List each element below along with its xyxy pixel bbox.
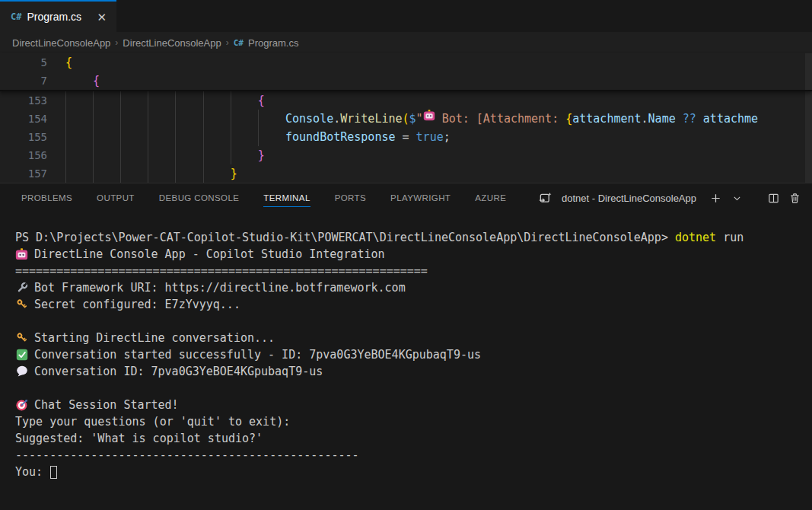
terminal-line-secret: Secret configured: E7zYvyyq... bbox=[15, 296, 812, 313]
chevron-right-icon: › bbox=[226, 37, 229, 48]
terminal-controls: dotnet - DirectLineConsoleApp bbox=[537, 190, 803, 206]
line-number[interactable]: 7 bbox=[0, 72, 47, 90]
tab-debug-console[interactable]: DEBUG CONSOLE bbox=[147, 183, 252, 212]
code-line[interactable]: 5 { bbox=[0, 53, 812, 72]
close-tab-icon[interactable]: ✕ bbox=[94, 10, 109, 24]
check-mark-emoji-icon bbox=[15, 349, 28, 362]
new-terminal-icon[interactable] bbox=[707, 190, 724, 206]
key-emoji-icon bbox=[15, 298, 28, 311]
split-terminal-icon[interactable] bbox=[765, 190, 782, 206]
line-number[interactable]: 153 bbox=[0, 91, 47, 110]
tab-problems[interactable]: PROBLEMS bbox=[9, 183, 84, 212]
terminal-line-conv-started: Conversation started successfully - ID: … bbox=[15, 346, 812, 363]
tab-azure[interactable]: AZURE bbox=[463, 183, 518, 212]
code-line[interactable]: 156 } bbox=[0, 146, 812, 164]
terminal-line-banner: DirectLine Console App - Copilot Studio … bbox=[15, 246, 812, 263]
terminal-line-type-questions: Type your questions (or 'quit' to exit): bbox=[15, 413, 812, 430]
code-line[interactable]: 154 Console.WriteLine($" Bot: [Attachmen… bbox=[0, 110, 812, 128]
tab-playwright[interactable]: PLAYWRIGHT bbox=[378, 183, 463, 212]
bottom-panel: PROBLEMS OUTPUT DEBUG CONSOLE TERMINAL P… bbox=[0, 183, 812, 510]
task-terminal-icon bbox=[537, 190, 554, 206]
breadcrumb-item-project[interactable]: DirectLineConsoleApp bbox=[12, 37, 110, 49]
sticky-scroll: 5 { 7 { bbox=[0, 53, 812, 91]
terminal-prompt-line: PS D:\Projects\Power-CAT-Copilot-Studio-… bbox=[15, 229, 812, 246]
line-number[interactable]: 156 bbox=[0, 146, 47, 164]
terminal-cursor bbox=[50, 466, 57, 479]
panel-header: PROBLEMS OUTPUT DEBUG CONSOLE TERMINAL P… bbox=[0, 183, 812, 212]
breadcrumb-item-file[interactable]: Program.cs bbox=[248, 37, 298, 49]
csharp-file-icon: C# bbox=[234, 38, 244, 48]
terminal-blank-line bbox=[15, 380, 812, 397]
speech-balloon-emoji-icon bbox=[15, 365, 28, 378]
code-editor[interactable]: 5 { 7 { 153 { 154 Console.WriteLine($" B… bbox=[0, 53, 812, 183]
terminal-line-dash-divider: ----------------------------------------… bbox=[15, 447, 812, 464]
robot-emoji-icon bbox=[423, 110, 435, 121]
code-line[interactable]: 153 { bbox=[0, 91, 812, 110]
terminal-line-starting: Starting DirectLine conversation... bbox=[15, 330, 812, 346]
tab-ports[interactable]: PORTS bbox=[323, 183, 378, 212]
code-line[interactable]: 155 foundBotResponse = true; bbox=[0, 128, 812, 146]
chevron-right-icon: › bbox=[115, 37, 118, 48]
chevron-down-icon[interactable] bbox=[728, 190, 745, 206]
terminal-blank-line bbox=[15, 313, 812, 330]
tab-terminal[interactable]: TERMINAL bbox=[251, 183, 322, 212]
key-emoji-icon bbox=[15, 332, 28, 345]
terminal-output[interactable]: PS D:\Projects\Power-CAT-Copilot-Studio-… bbox=[0, 212, 812, 480]
terminal-input-line[interactable]: You: bbox=[15, 464, 812, 480]
kill-terminal-trash-icon[interactable] bbox=[786, 190, 803, 206]
robot-emoji-icon bbox=[15, 248, 28, 261]
terminal-line-divider: ========================================… bbox=[15, 263, 812, 279]
wrench-emoji-icon bbox=[15, 282, 28, 295]
code-line[interactable]: 157 } bbox=[0, 164, 812, 183]
terminal-line-suggested: Suggested: 'What is copilot studio?' bbox=[15, 430, 812, 447]
line-number[interactable]: 5 bbox=[0, 53, 47, 72]
breadcrumb: DirectLineConsoleApp › DirectLineConsole… bbox=[0, 32, 812, 53]
code-line[interactable]: 7 { bbox=[0, 72, 812, 90]
terminal-line-chat-started: Chat Session Started! bbox=[15, 397, 812, 413]
editor-tab-bar: C# Program.cs ✕ bbox=[0, 0, 812, 32]
terminal-line-uri: Bot Framework URI: https://directline.bo… bbox=[15, 279, 812, 296]
tab-title: Program.cs bbox=[27, 11, 81, 23]
panel-tabs: PROBLEMS OUTPUT DEBUG CONSOLE TERMINAL P… bbox=[9, 183, 518, 212]
csharp-file-icon: C# bbox=[11, 11, 21, 22]
terminal-line-conv-id: Conversation ID: 7pva0G3YeBOE4KGpubaqT9-… bbox=[15, 363, 812, 380]
line-number[interactable]: 155 bbox=[0, 128, 47, 146]
target-dart-emoji-icon bbox=[15, 399, 28, 412]
tab-program-cs[interactable]: C# Program.cs ✕ bbox=[0, 0, 116, 32]
tab-output[interactable]: OUTPUT bbox=[84, 183, 147, 212]
terminal-session-label[interactable]: dotnet - DirectLineConsoleApp bbox=[562, 193, 696, 204]
breadcrumb-item-folder[interactable]: DirectLineConsoleApp bbox=[123, 37, 221, 49]
line-number[interactable]: 154 bbox=[0, 110, 47, 128]
line-number[interactable]: 157 bbox=[0, 164, 47, 183]
